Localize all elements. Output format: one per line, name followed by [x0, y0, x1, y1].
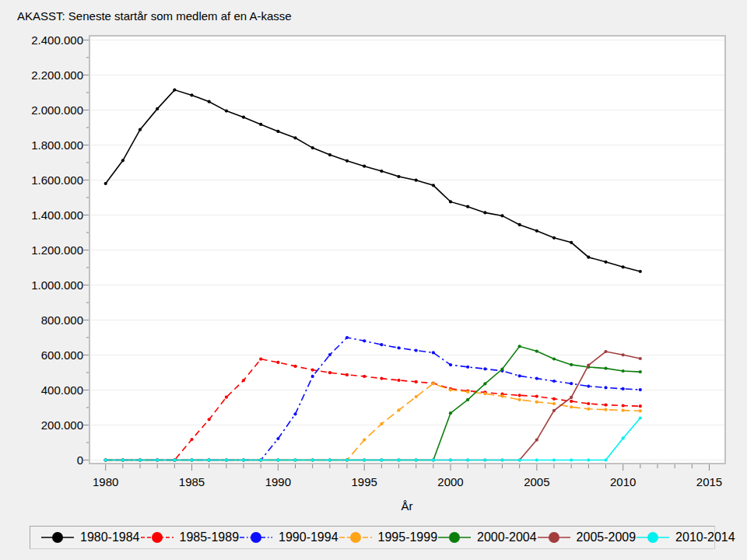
- chart-canvas: [0, 0, 747, 521]
- y-tick-label: 1.600.000: [0, 173, 83, 187]
- legend-label: 1980-1984: [80, 530, 140, 544]
- legend-item-1995-1999: 1995-1999: [338, 530, 438, 545]
- x-tick-label: 1990: [254, 475, 301, 489]
- x-tick-label: 1995: [341, 475, 388, 489]
- legend-label: 1995-1999: [378, 530, 438, 544]
- y-tick-label: 1.800.000: [0, 138, 83, 152]
- y-tick-label: 2.200.000: [0, 68, 83, 82]
- y-tick-label: 1.400.000: [0, 208, 83, 222]
- y-tick-label: 600.000: [0, 348, 83, 362]
- y-tick-label: 0: [0, 453, 83, 467]
- x-tick-label: 2010: [600, 475, 647, 489]
- x-tick-label: 1980: [82, 475, 129, 489]
- legend-label: 2005-2009: [577, 530, 637, 544]
- legend-item-1980-1984: 1980-1984: [40, 530, 140, 545]
- legend-marker-icon: [437, 530, 472, 545]
- legend-marker-icon: [40, 530, 75, 545]
- legend-item-1985-1989: 1985-1989: [140, 530, 240, 545]
- y-tick-label: 1.200.000: [0, 243, 83, 257]
- legend-marker-icon: [537, 530, 571, 545]
- legend-item-2000-2004: 2000-2004: [437, 530, 537, 545]
- y-tick-label: 2.400.000: [0, 33, 83, 47]
- x-tick-label: 2005: [514, 475, 560, 489]
- legend-label: 2010-2014: [675, 530, 735, 544]
- y-tick-label: 1.000.000: [0, 278, 83, 292]
- x-tick-label: 2000: [427, 475, 474, 489]
- legend-marker-icon: [338, 530, 373, 545]
- legend-label: 1990-1994: [279, 530, 338, 544]
- x-axis-title: År: [384, 499, 430, 513]
- x-tick-label: 2015: [686, 475, 733, 489]
- legend-item-2005-2009: 2005-2009: [537, 530, 637, 545]
- legend-item-2010-2014: 2010-2014: [636, 530, 735, 545]
- y-tick-label: 200.000: [0, 418, 83, 432]
- y-tick-label: 800.000: [0, 313, 83, 327]
- legend-marker-icon: [140, 530, 174, 545]
- legend-label: 1985-1989: [180, 530, 240, 544]
- y-tick-label: 2.000.000: [0, 103, 83, 117]
- legend-label: 2000-2004: [477, 530, 537, 544]
- legend: 1980-19841985-19891990-19941995-19992000…: [30, 526, 715, 549]
- chart-figure: AKASST: Seneste startår som medlem af en…: [0, 0, 747, 560]
- legend-marker-icon: [239, 530, 273, 545]
- legend-marker-icon: [636, 530, 670, 545]
- x-tick-label: 1985: [169, 475, 216, 489]
- legend-item-1990-1994: 1990-1994: [239, 530, 338, 545]
- y-tick-label: 400.000: [0, 383, 83, 397]
